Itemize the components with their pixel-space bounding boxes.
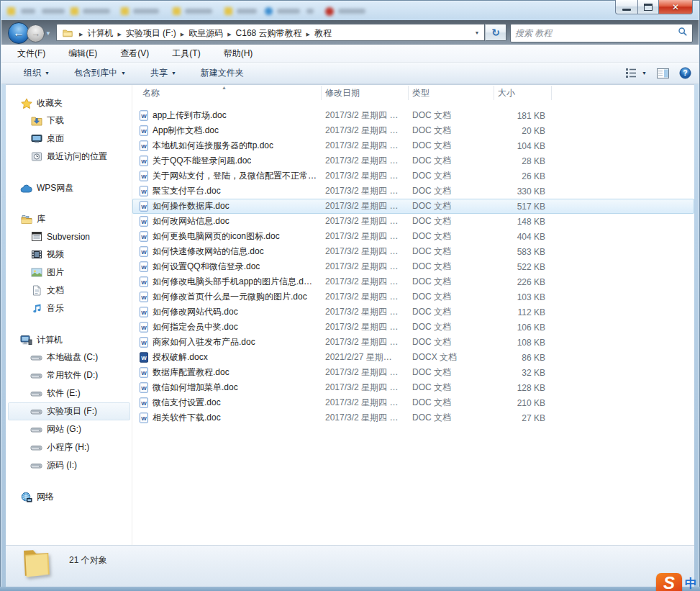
sidebar-item[interactable]: 本地磁盘 (C:): [8, 348, 130, 366]
file-modified-date: 2017/3/2 星期四 …: [325, 138, 406, 153]
column-header-date[interactable]: 修改日期: [325, 85, 360, 101]
file-row[interactable]: W如何修改网站代码.doc2017/3/2 星期四 …DOC 文档112 KB: [132, 304, 694, 320]
column-header-type[interactable]: 类型: [412, 85, 429, 101]
file-row[interactable]: W授权破解.docx2021/2/27 星期…DOCX 文档86 KB: [132, 350, 694, 365]
close-button[interactable]: ✕: [658, 0, 693, 14]
breadcrumb-item[interactable]: 欧皇源码: [186, 27, 226, 40]
file-type: DOC 文档: [412, 335, 490, 350]
file-row[interactable]: W如何设置QQ和微信登录.doc2017/3/2 星期四 …DOC 文档522 …: [132, 259, 694, 274]
file-row[interactable]: W如何修改首页什么是一元微购的图片.doc2017/3/2 星期四 …DOC 文…: [132, 289, 694, 304]
column-header-size[interactable]: 大小: [498, 85, 515, 101]
sidebar-item[interactable]: 文档: [8, 281, 130, 299]
sidebar-section-label: WPS网盘: [37, 182, 73, 194]
minimize-button[interactable]: [615, 0, 638, 14]
sidebar-section-header[interactable]: 计算机: [6, 332, 132, 348]
breadcrumb-separator-icon[interactable]: ▶: [226, 32, 232, 37]
doc-file-icon: W: [138, 412, 149, 423]
sidebar-item[interactable]: 最近访问的位置: [8, 148, 130, 166]
breadcrumb-item[interactable]: C168 云购带教程: [233, 27, 305, 40]
column-divider[interactable]: [494, 86, 494, 100]
file-modified-date: 2017/3/2 星期四 …: [325, 168, 406, 184]
column-divider[interactable]: [321, 86, 322, 100]
network-icon: [20, 492, 32, 503]
sidebar-item[interactable]: 实验项目 (F:): [8, 402, 130, 420]
sidebar-item[interactable]: 视频: [8, 245, 130, 263]
file-row[interactable]: W如何改网站信息.doc2017/3/2 星期四 …DOC 文档148 KB: [132, 214, 694, 229]
sidebar-item[interactable]: 小程序 (H:): [8, 438, 130, 456]
file-row[interactable]: W微信支付设置.doc2017/3/2 星期四 …DOC 文档210 KB: [132, 395, 694, 410]
file-name: 如何修改首页什么是一元微购的图片.doc: [153, 291, 307, 303]
sidebar-item[interactable]: 软件 (E:): [8, 384, 130, 402]
toolbar-button[interactable]: 组织▼: [17, 64, 56, 82]
sidebar-item[interactable]: 下载: [8, 112, 130, 130]
sogou-icon: S: [656, 573, 682, 591]
file-row[interactable]: W如何修改电脑头部手机app的图片信息.d…2017/3/2 星期四 …DOC …: [132, 274, 694, 289]
breadcrumb-item[interactable]: 计算机: [84, 27, 116, 40]
file-row[interactable]: W如何快速修改网站的信息.doc2017/3/2 星期四 …DOC 文档583 …: [132, 244, 694, 259]
sidebar-section-header[interactable]: 收藏夹: [6, 95, 132, 112]
sidebar-item[interactable]: 源码 (I:): [8, 456, 130, 474]
file-row[interactable]: W数据库配置教程.doc2017/3/2 星期四 …DOC 文档32 KB: [132, 365, 694, 380]
file-size: 148 KB: [485, 214, 545, 229]
preview-pane-button[interactable]: [657, 68, 669, 78]
doc-file-icon: W: [138, 397, 149, 408]
sidebar-section-header[interactable]: 网络: [6, 489, 132, 505]
help-button[interactable]: ?: [679, 67, 691, 79]
file-name: 本地机如何连接服务器的ftp.doc: [153, 140, 273, 152]
breadcrumb-separator-icon[interactable]: ▶: [305, 32, 312, 37]
sidebar-section-label: 收藏夹: [37, 97, 63, 109]
file-modified-date: 2017/3/2 星期四 …: [325, 289, 406, 304]
toolbar-button[interactable]: 新建文件夹: [194, 64, 250, 82]
menu-item[interactable]: 查看(V): [117, 45, 152, 62]
maximize-button[interactable]: [638, 0, 658, 14]
sidebar-item[interactable]: 常用软件 (D:): [8, 366, 130, 384]
recent-pages-chevron[interactable]: ▼: [45, 30, 51, 37]
file-size: 86 KB: [485, 350, 545, 365]
views-button[interactable]: ▼: [626, 68, 647, 78]
sidebar-item-label: 常用软件 (D:): [47, 369, 98, 382]
file-row[interactable]: W关于网站支付，登陆，及微信配置不正常…2017/3/2 星期四 …DOC 文档…: [132, 168, 694, 184]
file-row[interactable]: W商家如何入驻发布产品.doc2017/3/2 星期四 …DOC 文档108 K…: [132, 335, 694, 350]
file-row[interactable]: W如何指定会员中奖.doc2017/3/2 星期四 …DOC 文档106 KB: [132, 320, 694, 335]
breadcrumb-separator-icon[interactable]: ▶: [78, 32, 84, 37]
sidebar-item[interactable]: 图片: [8, 263, 130, 281]
sidebar-item[interactable]: 音乐: [8, 299, 130, 317]
file-row[interactable]: W相关软件下载.doc2017/3/2 星期四 …DOC 文档27 KB: [132, 410, 694, 425]
breadcrumb-item[interactable]: 实验项目 (F:): [123, 27, 179, 40]
column-header-name[interactable]: 名称: [142, 85, 160, 101]
sidebar-item[interactable]: 桌面: [8, 130, 130, 148]
breadcrumb: ▶计算机▶实验项目 (F:)▶欧皇源码▶C168 云购带教程▶教程: [78, 26, 335, 40]
refresh-button[interactable]: ↻: [485, 24, 506, 41]
menu-item[interactable]: 文件(F): [14, 45, 48, 62]
folder-icon: [61, 27, 73, 38]
svg-text:W: W: [141, 249, 147, 256]
menu-item[interactable]: 编辑(E): [65, 45, 100, 62]
file-row[interactable]: W如何操作数据库.doc2017/3/2 星期四 …DOC 文档517 KB: [132, 199, 694, 214]
breadcrumb-separator-icon[interactable]: ▶: [179, 32, 186, 37]
file-row[interactable]: W本地机如何连接服务器的ftp.doc2017/3/2 星期四 …DOC 文档1…: [132, 138, 694, 153]
file-row[interactable]: W关于QQ不能登录问题.doc2017/3/2 星期四 …DOC 文档28 KB: [132, 153, 694, 168]
forward-button[interactable]: →: [27, 24, 45, 42]
doc-file-icon: W: [138, 246, 149, 257]
file-row[interactable]: W聚宝支付平台.doc2017/3/2 星期四 …DOC 文档330 KB: [132, 184, 694, 199]
toolbar-button[interactable]: 包含到库中▼: [68, 64, 132, 82]
column-divider[interactable]: [408, 86, 409, 100]
file-row[interactable]: W微信如何增加菜单.doc2017/3/2 星期四 …DOC 文档128 KB: [132, 380, 694, 395]
sidebar-section-header[interactable]: 库: [6, 211, 132, 227]
sidebar-section-header[interactable]: WPS网盘: [6, 180, 132, 197]
file-row[interactable]: Wapp上传到市场.doc2017/3/2 星期四 …DOC 文档181 KB: [132, 108, 694, 123]
address-bar[interactable]: ▶计算机▶实验项目 (F:)▶欧皇源码▶C168 云购带教程▶教程: [56, 24, 470, 41]
menu-item[interactable]: 工具(T): [169, 45, 203, 62]
file-row[interactable]: WApp制作文档.doc2017/3/2 星期四 …DOC 文档20 KB: [132, 123, 694, 138]
breadcrumb-item[interactable]: 教程: [312, 27, 335, 40]
toolbar-button[interactable]: 共享▼: [144, 64, 183, 82]
column-divider[interactable]: [551, 86, 552, 100]
file-row[interactable]: W如何更换电脑网页的icon图标.doc2017/3/2 星期四 …DOC 文档…: [132, 229, 694, 244]
sidebar-item[interactable]: 网站 (G:): [8, 420, 130, 438]
ime-indicator[interactable]: S 中: [656, 573, 697, 591]
sidebar-item[interactable]: Subversion: [8, 227, 130, 245]
menu-item[interactable]: 帮助(H): [221, 45, 256, 62]
search-input[interactable]: [511, 28, 678, 38]
address-dropdown-button[interactable]: ▼: [470, 24, 485, 41]
breadcrumb-separator-icon[interactable]: ▶: [116, 32, 122, 37]
